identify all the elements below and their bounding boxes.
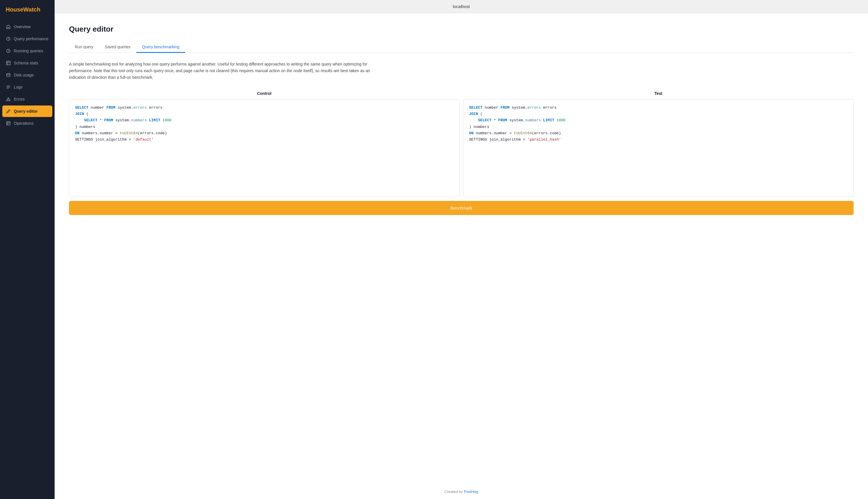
test-code-panel[interactable]: SELECT number FROM system.errors errors … [463,99,854,197]
tab-run-query[interactable]: Run query [69,42,99,53]
running-clock-icon [6,48,11,53]
footer-link[interactable]: PostHog [464,489,478,494]
sidebar-item-query-editor[interactable]: Query editor [2,106,52,117]
sidebar-item-query-performance-label: Query performance [14,37,49,41]
sidebar-item-overview-label: Overview [14,24,30,29]
sidebar-item-operations[interactable]: Operations [0,118,54,129]
panel-headers: Control Test [69,91,854,99]
app-logo: HouseWatch [0,0,54,21]
disk-icon [6,72,11,77]
sidebar-item-logs-label: Logs [14,85,22,89]
box-icon [6,121,11,126]
test-panel-header: Test [463,91,854,99]
control-panel-header: Control [69,91,460,99]
sidebar: HouseWatch Overview Query performance [0,0,54,499]
tab-query-benchmarking[interactable]: Query benchmarking [136,42,185,53]
svg-rect-2 [7,61,10,65]
sidebar-item-disk-usage[interactable]: Disk usage [0,69,54,81]
sidebar-item-running-queries[interactable]: Running queries [0,45,54,57]
svg-rect-4 [7,122,10,125]
logs-icon [6,85,11,90]
header: localhost [54,0,868,13]
triangle-icon [6,97,11,102]
sidebar-item-running-queries-label: Running queries [14,49,43,53]
sidebar-item-errors[interactable]: Errors [0,94,54,105]
sidebar-item-disk-usage-label: Disk usage [14,73,34,77]
sidebar-item-schema-stats-label: Schema stats [14,61,38,65]
sidebar-nav: Overview Query performance Running queri… [0,21,54,129]
main-area: localhost Query editor Run query Saved q… [54,0,868,499]
footer: Created by PostHog [54,484,868,499]
sidebar-item-schema-stats[interactable]: Schema stats [0,57,54,69]
sidebar-item-errors-label: Errors [14,97,25,101]
home-icon [6,24,11,29]
svg-point-3 [7,74,10,75]
sidebar-item-overview[interactable]: Overview [0,21,54,33]
edit-icon [6,109,11,114]
page-title: Query editor [69,25,854,34]
tab-saved-queries[interactable]: Saved queries [99,42,136,53]
benchmark-description: A simple benchmarking tool for analyzing… [69,61,385,81]
footer-text: Created by [444,489,463,494]
benchmark-container: Control Test SELECT number FROM system.e… [69,91,854,215]
benchmark-button[interactable]: Benchmark [69,201,854,215]
sidebar-item-logs[interactable]: Logs [0,81,54,93]
tabs: Run query Saved queries Query benchmarki… [69,42,854,53]
server-name: localhost [453,4,470,9]
content-area: Query editor Run query Saved queries Que… [54,13,868,484]
sidebar-item-query-editor-label: Query editor [14,109,38,113]
table-icon [6,60,11,65]
panels: SELECT number FROM system.errors errors … [69,99,854,197]
sidebar-item-query-performance[interactable]: Query performance [0,33,54,45]
clock-icon [6,36,11,41]
sidebar-item-operations-label: Operations [14,121,33,126]
control-code-panel[interactable]: SELECT number FROM system.errors errors … [69,99,460,197]
